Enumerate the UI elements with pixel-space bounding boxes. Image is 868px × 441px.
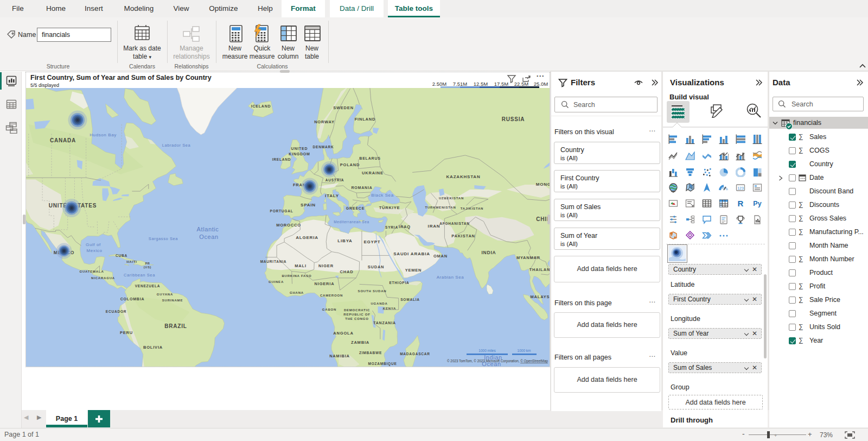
- svg-text:YEMEN: YEMEN: [405, 268, 422, 273]
- svg-text:Labrador Sea: Labrador Sea: [162, 143, 191, 148]
- svg-text:UNITED: UNITED: [291, 147, 308, 150]
- svg-text:TAJIKISTAN: TAJIKISTAN: [461, 207, 483, 210]
- svg-text:GABON: GABON: [322, 308, 336, 311]
- svg-text:TÜRKIYE: TÜRKIYE: [379, 205, 400, 210]
- svg-text:RUSSIA: RUSSIA: [502, 116, 525, 122]
- svg-text:MAURITANIA: MAURITANIA: [260, 260, 287, 263]
- svg-text:SYRIA: SYRIA: [385, 225, 398, 229]
- svg-text:SAUDI ARABIA: SAUDI ARABIA: [393, 251, 430, 256]
- svg-text:Gulf of: Gulf of: [86, 242, 101, 247]
- svg-text:NIGER: NIGER: [318, 263, 334, 268]
- svg-text:IRAQ: IRAQ: [399, 224, 411, 229]
- svg-text:ZAMBIA: ZAMBIA: [351, 340, 369, 345]
- svg-text:GUATEMALA: GUATEMALA: [79, 270, 104, 273]
- svg-text:TANZANIA: TANZANIA: [373, 321, 396, 325]
- svg-text:GUYANA: GUYANA: [157, 293, 173, 296]
- svg-text:CHAD: CHAD: [340, 269, 354, 274]
- svg-text:UZBEKISTAN: UZBEKISTAN: [439, 197, 464, 200]
- svg-text:GHANA: GHANA: [290, 291, 304, 294]
- svg-text:NIGERIA: NIGERIA: [315, 281, 335, 286]
- svg-text:MYANMAR: MYANMAR: [516, 255, 540, 260]
- svg-text:INDIA: INDIA: [481, 250, 496, 255]
- svg-text:THAILAND: THAILAND: [529, 267, 550, 272]
- svg-text:NICARAGUA: NICARAGUA: [91, 276, 115, 280]
- svg-text:ICELAND: ICELAND: [251, 104, 271, 108]
- svg-text:BURKINA FASO: BURKINA FASO: [282, 274, 311, 278]
- svg-text:DENMARK: DENMARK: [313, 145, 334, 149]
- svg-text:Mexico: Mexico: [87, 248, 103, 253]
- svg-text:AUSTRIA: AUSTRIA: [326, 178, 344, 182]
- svg-text:GREECE: GREECE: [346, 206, 365, 210]
- svg-text:CANADA: CANADA: [50, 137, 76, 143]
- svg-text:ETHIOPIA: ETHIOPIA: [389, 281, 409, 285]
- svg-text:TURKMENISTAN: TURKMENISTAN: [425, 206, 456, 209]
- svg-text:UKRAINE: UKRAINE: [362, 171, 384, 175]
- svg-text:IRAN: IRAN: [428, 224, 441, 229]
- svg-text:COLOMBIA: COLOMBIA: [120, 297, 145, 301]
- svg-text:BELARUS: BELARUS: [359, 156, 380, 160]
- svg-text:ITALY: ITALY: [325, 193, 339, 198]
- svg-text:PERU: PERU: [120, 330, 133, 335]
- svg-text:SURINAME: SURINAME: [162, 299, 183, 302]
- svg-text:ECUADOR: ECUADOR: [106, 310, 126, 313]
- svg-text:SWEDEN: SWEDEN: [333, 105, 354, 110]
- svg-text:SOMALIA: SOMALIA: [400, 298, 420, 301]
- svg-text:AFGHANISTAN: AFGHANISTAN: [439, 222, 470, 225]
- svg-text:PORTUGAL: PORTUGAL: [270, 209, 293, 213]
- svg-text:PR: PR: [145, 262, 150, 265]
- svg-text:ALGERIA: ALGERIA: [296, 235, 318, 240]
- svg-text:SPAIN: SPAIN: [301, 203, 316, 207]
- svg-text:FINLAND: FINLAND: [355, 117, 376, 122]
- svg-text:IRELAND: IRELAND: [272, 158, 291, 161]
- svg-text:KENYA: KENYA: [383, 307, 396, 310]
- svg-text:1000 km: 1000 km: [518, 349, 531, 352]
- svg-text:LIBYA: LIBYA: [337, 238, 352, 243]
- svg-text:REPUBLIC OF: REPUBLIC OF: [343, 313, 370, 316]
- svg-text:HAITI: HAITI: [126, 260, 137, 263]
- svg-text:UGANDA: UGANDA: [371, 302, 387, 305]
- svg-text:MONGOLIA: MONGOLIA: [536, 182, 550, 187]
- svg-text:BOLIVIA: BOLIVIA: [143, 345, 163, 350]
- svg-text:GUINEA: GUINEA: [269, 280, 284, 284]
- svg-text:© 2023 TomTom, © 2023 Microsof: © 2023 TomTom, © 2023 Microsoft Corporat…: [447, 359, 548, 363]
- svg-text:NORWAY: NORWAY: [314, 119, 335, 124]
- svg-text:(US): (US): [144, 266, 152, 269]
- svg-text:CAMEROON: CAMEROON: [320, 294, 343, 297]
- svg-text:Arabian Sea: Arabian Sea: [437, 275, 464, 280]
- svg-text:SOUTH SUDAN: SOUTH SUDAN: [358, 289, 387, 293]
- svg-text:KINGDOM: KINGDOM: [289, 152, 310, 156]
- svg-text:ZIMBABWE: ZIMBABWE: [359, 351, 382, 355]
- svg-text:PAKISTAN: PAKISTAN: [451, 234, 475, 238]
- svg-text:BRAZIL: BRAZIL: [164, 323, 187, 329]
- svg-text:MOZAMBIQUE: MOZAMBIQUE: [368, 362, 397, 366]
- svg-text:DEMOCRATIC: DEMOCRATIC: [344, 308, 370, 312]
- svg-text:ROMANIA: ROMANIA: [351, 186, 372, 190]
- svg-text:Caribbean Sea: Caribbean Sea: [124, 273, 155, 278]
- svg-text:OMAN: OMAN: [433, 254, 448, 259]
- svg-text:Ocean: Ocean: [199, 234, 218, 240]
- svg-text:VENEZUELA: VENEZUELA: [135, 284, 161, 288]
- svg-text:MALI: MALI: [295, 263, 307, 268]
- svg-text:Mediterranean Sea: Mediterranean Sea: [334, 220, 369, 224]
- svg-text:Py: Py: [753, 200, 761, 207]
- svg-text:SUDAN: SUDAN: [368, 264, 385, 269]
- svg-text:ANGOLA: ANGOLA: [333, 331, 353, 336]
- svg-text:CUBA: CUBA: [116, 254, 127, 257]
- svg-text:MADAGASCAR: MADAGASCAR: [400, 352, 430, 356]
- svg-text:NAMIBIA: NAMIBIA: [329, 354, 350, 358]
- svg-text:Atlantic: Atlantic: [197, 226, 219, 232]
- svg-text:EGYPT: EGYPT: [363, 240, 380, 244]
- svg-text:MOROCCO: MOROCCO: [276, 223, 301, 228]
- svg-text:123: 123: [737, 186, 744, 190]
- svg-text:THE CONGO: THE CONGO: [345, 317, 369, 320]
- svg-text:POLAND: POLAND: [340, 162, 360, 167]
- svg-text:Hudson Bay: Hudson Bay: [90, 133, 117, 137]
- svg-text:R: R: [738, 199, 744, 208]
- svg-text:KAZAKHSTAN: KAZAKHSTAN: [446, 174, 481, 179]
- svg-text:Black Sea: Black Sea: [371, 193, 393, 198]
- svg-text:MALAYSIA: MALAYSIA: [531, 294, 550, 299]
- svg-text:Sargasso Sea: Sargasso Sea: [149, 236, 178, 241]
- svg-text:1000 miles: 1000 miles: [478, 349, 496, 352]
